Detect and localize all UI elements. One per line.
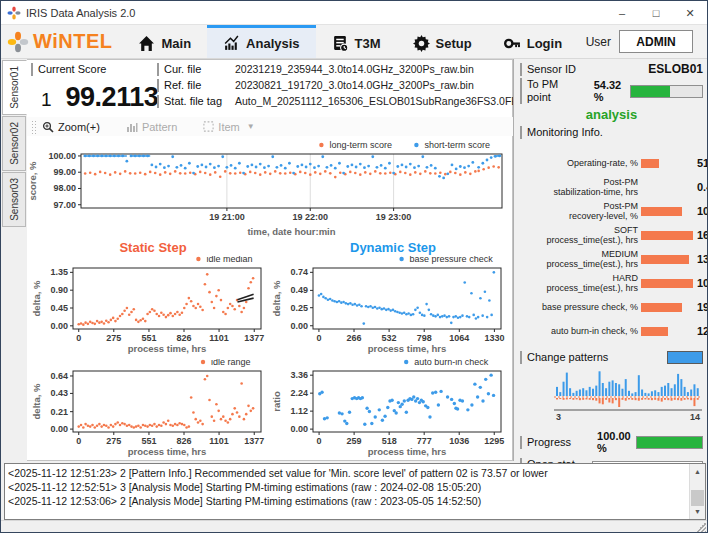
metric-value: 51.0	[697, 157, 708, 169]
key-icon	[504, 35, 521, 52]
resize-grip[interactable]	[695, 522, 706, 533]
svg-text:518: 518	[382, 436, 397, 446]
to-pm-point-label: To PM point	[520, 78, 580, 104]
app-icon	[7, 6, 21, 20]
score-chart[interactable]: 19 21:0019 22:0019 23:0097.0098.0099.001…	[27, 138, 511, 238]
zoom-button[interactable]: Zoom(+)	[42, 121, 100, 133]
svg-text:100.00: 100.00	[48, 151, 76, 161]
tab-login-label: Login	[527, 36, 562, 51]
svg-text:1101: 1101	[209, 333, 229, 343]
tab-setup[interactable]: Setup	[397, 25, 488, 58]
tab-analysis-label: Analysis	[246, 36, 299, 51]
svg-text:base pressure check: base pressure check	[410, 256, 494, 264]
svg-text:777: 777	[417, 436, 432, 446]
svg-text:process time, hrs: process time, hrs	[128, 343, 207, 354]
metric-label: base pressure check, %	[520, 302, 638, 312]
svg-text:826: 826	[176, 333, 191, 343]
svg-text:19 23:00: 19 23:00	[376, 212, 412, 222]
close-button[interactable]: ✕	[673, 1, 707, 25]
svg-text:3.36: 3.36	[290, 370, 308, 380]
app-window: IRIS Data Analysis 2.0 – □ ✕ WiNTEL Main	[0, 0, 708, 533]
gear-icon	[413, 35, 430, 52]
metric-row: auto burn-in check, % 129.7	[520, 319, 703, 343]
to-pm-point-value: 54.32 %	[594, 79, 631, 103]
svg-text:1064: 1064	[449, 333, 469, 343]
sensor-tab-02[interactable]: Sensor02	[2, 116, 26, 171]
stat-file-tag-label: Stat. file tag	[157, 95, 235, 108]
metric-label: auto burn-in check, %	[520, 326, 638, 336]
score-value: 99.2113	[66, 82, 159, 113]
metric-value: 100.0	[697, 205, 708, 217]
change-patterns-swatch[interactable]	[667, 351, 703, 364]
svg-text:ratio: ratio	[271, 391, 282, 412]
scroll-down-icon[interactable]: ▼	[690, 504, 705, 519]
svg-text:798: 798	[417, 333, 432, 343]
change-patterns-chart[interactable]: 314	[552, 366, 704, 422]
magnifier-icon	[42, 121, 54, 133]
metric-value: 1311.0	[697, 253, 708, 265]
tab-login[interactable]: Login	[488, 25, 578, 58]
sensor-tab-01[interactable]: Sensor01	[2, 60, 27, 115]
svg-text:long-term score: long-term score	[329, 140, 392, 150]
score-rank: 1	[41, 89, 52, 111]
svg-text:0.21: 0.21	[50, 407, 68, 417]
cur-file-value: 20231219_235944_3.0to14.0GHz_3200Ps_raw.…	[235, 63, 474, 76]
svg-text:0: 0	[76, 333, 81, 343]
home-icon	[138, 35, 155, 52]
base-pressure-chart[interactable]: 0266532798106413300.000.250.490.74proces…	[271, 256, 509, 355]
cur-file-label: Cur. file	[157, 63, 235, 76]
pattern-button[interactable]: Pattern	[126, 121, 177, 133]
metric-row: base pressure check, % 193.2	[520, 295, 703, 319]
tab-main[interactable]: Main	[122, 25, 207, 58]
svg-text:19 21:00: 19 21:00	[209, 212, 245, 222]
metric-value: 1641.0	[697, 229, 708, 241]
toolbar-grip[interactable]	[31, 120, 36, 134]
svg-text:14: 14	[690, 412, 700, 422]
svg-text:275: 275	[106, 436, 121, 446]
tab-analysis[interactable]: Analysis	[207, 25, 315, 58]
sensor-id-value: ESLOB01	[648, 62, 703, 76]
user-admin-button[interactable]: ADMIN	[619, 30, 693, 53]
dynamic-step-header: Dynamic Step	[273, 240, 513, 255]
log-line: <2025-11-12 12:53:06> 2 [Analysis Mode] …	[8, 494, 687, 508]
title-bar: IRIS Data Analysis 2.0 – □ ✕	[1, 1, 707, 25]
auto-burn-in-chart[interactable]: 0259518777103612950.001.122.243.36proces…	[271, 359, 509, 458]
svg-text:short-term score: short-term score	[424, 140, 490, 150]
item-button[interactable]: Item ▼	[203, 121, 254, 133]
scroll-up-icon[interactable]: ▲	[690, 464, 705, 479]
svg-text:0.00: 0.00	[290, 424, 308, 434]
maximize-button[interactable]: □	[639, 1, 673, 25]
svg-text:0.64: 0.64	[50, 371, 68, 381]
metric-label: HARDprocess_time(est.), hrs	[520, 273, 638, 293]
change-patterns-label: Change patterns	[520, 351, 608, 364]
minimize-button[interactable]: –	[605, 1, 639, 25]
chart-toolbar: Zoom(+) Pattern Item ▼	[27, 117, 513, 136]
svg-text:551: 551	[141, 333, 156, 343]
idle-median-chart[interactable]: 0275551826110113770.000.450.901.35proces…	[31, 256, 269, 355]
metric-bar	[641, 207, 697, 216]
item-dropdown-caret: ▼	[247, 122, 255, 131]
svg-text:1377: 1377	[244, 436, 264, 446]
svg-text:2.24: 2.24	[290, 388, 308, 398]
file-info-group: Cur. file20231219_235944_3.0to14.0GHz_32…	[157, 63, 509, 111]
metric-row: Operating-rate, % 51.0	[520, 151, 703, 175]
svg-text:0: 0	[317, 436, 322, 446]
sensor-tab-03[interactable]: Sensor03	[2, 172, 26, 227]
log-line: <2025-11-12 12:51:23> 2 [Pattern Info.] …	[8, 466, 687, 480]
sensor-id-label: Sensor ID	[520, 63, 576, 76]
monitoring-info-label: Monitoring Info.	[520, 126, 703, 139]
nav-bar: WiNTEL Main Analysis T3M	[1, 25, 707, 59]
svg-text:process time, hrs: process time, hrs	[368, 446, 447, 457]
progress-bar	[636, 436, 703, 449]
svg-text:97.00: 97.00	[53, 200, 76, 210]
svg-text:time, date hour:min: time, date hour:min	[247, 226, 335, 237]
tab-t3m[interactable]: T3M	[316, 25, 397, 58]
idle-range-chart[interactable]: 0275551826110113770.000.210.430.64proces…	[31, 359, 269, 458]
log-scrollbar[interactable]: ▲ ▼	[689, 464, 705, 519]
svg-text:idle range: idle range	[211, 359, 251, 367]
metric-row: Post-PMrecovery-level, % 100.0	[520, 199, 703, 223]
status-bar	[1, 520, 707, 533]
svg-text:99.00: 99.00	[53, 167, 76, 177]
svg-text:551: 551	[141, 436, 156, 446]
current-score-group: Current Score 1 99.2113	[31, 63, 153, 113]
